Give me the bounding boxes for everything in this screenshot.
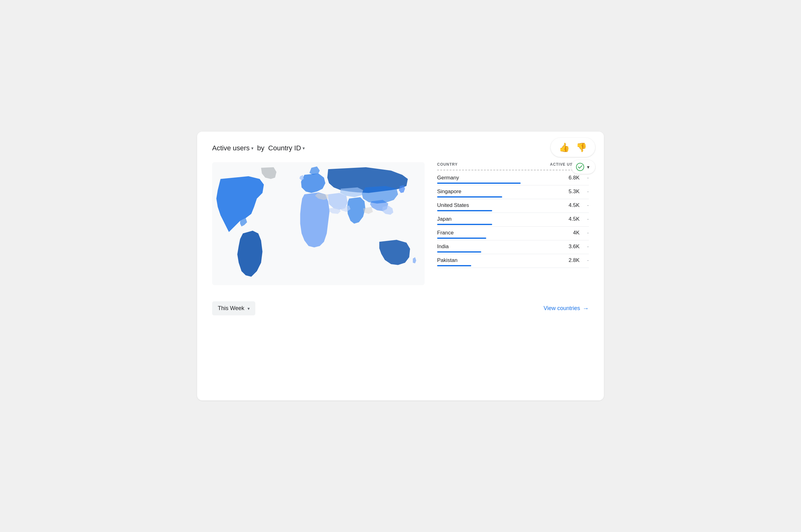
table-row: India 3.6K - <box>437 240 589 254</box>
table-row: Japan 4.5K - <box>437 213 589 227</box>
thumbs-up-button[interactable]: 👍 <box>556 141 572 154</box>
view-countries-link[interactable]: View countries → <box>544 305 589 312</box>
dash-value: - <box>587 202 589 208</box>
user-count: 5.3K <box>568 189 580 195</box>
user-count: 4K <box>573 230 580 236</box>
bar-wrapper <box>437 238 589 239</box>
country-name: India <box>437 244 568 250</box>
table-row: France 4K - <box>437 227 589 240</box>
dash-value: - <box>587 244 589 250</box>
metric-label: Active users <box>212 144 250 152</box>
world-map-section <box>212 162 424 286</box>
dash-value: - <box>587 175 589 181</box>
country-name: Singapore <box>437 189 568 195</box>
bar-fill <box>437 238 486 239</box>
check-circle-icon <box>576 163 584 171</box>
dash-value: - <box>587 216 589 222</box>
user-count: 3.6K <box>568 244 580 250</box>
week-label: This Week <box>218 305 244 312</box>
bar-wrapper <box>437 183 589 184</box>
bar-wrapper <box>437 265 589 266</box>
table-body: Germany 6.8K - Singapore 5.3K - United S… <box>437 172 589 268</box>
dimension-dropdown[interactable]: Country ID ▾ <box>268 144 305 152</box>
svg-point-0 <box>576 163 584 171</box>
card-footer: This Week ▾ View countries → <box>212 301 589 316</box>
user-count: 4.5K <box>568 202 580 208</box>
table-row: Singapore 5.3K - <box>437 185 589 199</box>
country-name: Japan <box>437 216 568 222</box>
world-map <box>212 162 424 286</box>
thumb-up-icon: 👍 <box>559 142 570 153</box>
user-count: 2.8K <box>568 257 580 264</box>
chevron-down-icon: ▾ <box>587 165 589 170</box>
separator-text: by <box>257 144 265 152</box>
status-chevron-button[interactable]: ▾ <box>586 164 591 171</box>
bar-fill <box>437 196 502 197</box>
dimension-arrow-icon: ▾ <box>303 146 305 151</box>
bar-fill <box>437 251 481 252</box>
main-content: COUNTRY ACTIVE USERS Germany 6.8K - Sing… <box>212 162 589 286</box>
user-count: 6.8K <box>568 175 580 181</box>
country-name: France <box>437 230 573 236</box>
card-title: Active users ▾ by Country ID ▾ <box>212 144 305 152</box>
user-count: 4.5K <box>568 216 580 222</box>
thumbs-down-button[interactable]: 👎 <box>574 141 589 154</box>
status-row: ▾ <box>571 160 595 174</box>
country-table: COUNTRY ACTIVE USERS Germany 6.8K - Sing… <box>437 162 589 268</box>
metric-arrow-icon: ▾ <box>251 146 253 151</box>
analytics-card: 👍 👎 ▾ Active users ▾ by Country ID <box>197 132 604 400</box>
table-row: Pakistan 2.8K - <box>437 254 589 268</box>
table-row: United States 4.5K - <box>437 199 589 213</box>
country-name: Pakistan <box>437 257 568 264</box>
dash-value: - <box>587 257 589 264</box>
metric-dropdown[interactable]: Active users ▾ <box>212 144 253 152</box>
dash-value: - <box>587 230 589 236</box>
bar-wrapper <box>437 224 589 225</box>
bar-fill <box>437 224 492 225</box>
bar-wrapper <box>437 210 589 211</box>
bar-fill <box>437 183 521 184</box>
view-label: View countries <box>544 305 580 312</box>
feedback-thumbs: 👍 👎 <box>551 138 595 157</box>
card-header: Active users ▾ by Country ID ▾ <box>212 144 589 152</box>
arrow-right-icon: → <box>583 305 589 312</box>
bar-fill <box>437 210 492 211</box>
bar-wrapper <box>437 251 589 252</box>
bar-wrapper <box>437 196 589 197</box>
country-name: United States <box>437 202 568 208</box>
dash-value: - <box>587 189 589 195</box>
bar-fill <box>437 265 471 266</box>
map-svg <box>212 162 424 285</box>
top-actions: 👍 👎 ▾ <box>551 138 595 174</box>
col-country-label: COUNTRY <box>437 162 550 167</box>
week-dropdown[interactable]: This Week ▾ <box>212 301 255 316</box>
dimension-label: Country ID <box>268 144 301 152</box>
country-name: Germany <box>437 175 568 181</box>
week-chevron-icon: ▾ <box>248 306 250 311</box>
thumb-down-icon: 👎 <box>576 142 587 153</box>
